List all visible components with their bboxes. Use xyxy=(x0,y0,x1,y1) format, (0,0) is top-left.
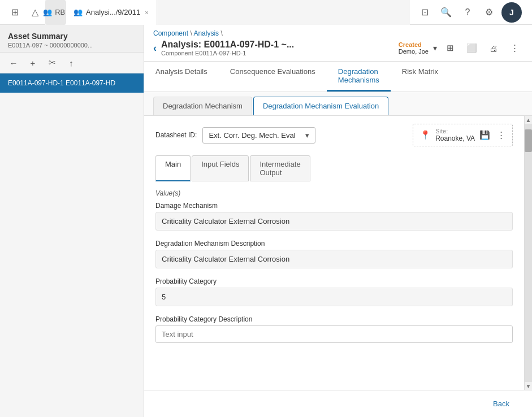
table-icon[interactable]: ⊞ xyxy=(442,40,459,57)
damage-mechanism-value: Criticality Calculator External Corrosio… xyxy=(155,212,513,231)
tab-bar: 👥 RBI 👥 Analysi.../9/2011 × xyxy=(45,0,410,25)
analysis-back-btn[interactable]: ‹ xyxy=(153,42,157,54)
tab-analysis-details[interactable]: Analysis Details xyxy=(144,62,219,92)
section-label: Value(s) xyxy=(155,189,513,197)
main-layout: Asset Summary E0011A-097 ~ 00000000000..… xyxy=(0,25,532,417)
window-icon[interactable]: ⬜ xyxy=(463,40,480,57)
breadcrumb: Component \ Analysis \ xyxy=(153,29,523,37)
breadcrumb-analysis[interactable]: Analysis xyxy=(193,29,219,37)
back-btn[interactable]: ← xyxy=(6,55,21,71)
scroll-down-icon[interactable]: ▼ xyxy=(525,382,533,390)
site-block: Site: Roanoke, VA xyxy=(435,128,475,142)
sidebar-item[interactable]: E0011A-097-HD-1 E0011A-097-HD xyxy=(0,73,144,93)
avatar[interactable]: J xyxy=(501,2,522,23)
tab-degradation-mechanisms[interactable]: DegradationMechanisms xyxy=(327,62,391,92)
print-icon[interactable]: 🖨 xyxy=(485,40,501,57)
location-icon: 📍 xyxy=(420,130,431,140)
top-right-icons: ⊡ 🔍 ? ⚙ J xyxy=(410,2,527,23)
probability-desc-input[interactable] xyxy=(155,325,513,343)
nav-tabs: Analysis Details Consequence Evaluations… xyxy=(144,62,532,92)
sidebar-toolbar: ← + ✂ ↑ xyxy=(0,53,144,73)
add-btn[interactable]: + xyxy=(25,55,41,71)
analysis-header: ‹ Analysis: E0011A-097-HD-1 ~... Compone… xyxy=(153,40,523,61)
analysis-title-block: Analysis: E0011A-097-HD-1 ~... Component… xyxy=(161,40,294,57)
created-block: Created Demo, Joe xyxy=(399,41,429,55)
analysis-tab[interactable]: 👥 Analysi.../9/2011 × xyxy=(66,0,157,25)
rbi-tab[interactable]: 👥 RBI xyxy=(45,0,66,25)
analysis-subtitle: Component E0011A-097-HD-1 xyxy=(161,50,294,57)
content-area: Component \ Analysis \ ‹ Analysis: E0011… xyxy=(144,25,532,417)
scrollbar[interactable]: ▲ ▼ xyxy=(524,116,532,390)
degradation-desc-label: Degradation Mechanism Description xyxy=(155,240,513,247)
top-bar: ⊞ △ 👥 RBI 👥 Analysi.../9/2011 × ⊡ 🔍 ? ⚙ … xyxy=(0,0,532,25)
cut-btn[interactable]: ✂ xyxy=(44,55,60,71)
sidebar-title: Asset Summary xyxy=(8,32,136,41)
field-group-probability-category: Probability Category 5 xyxy=(155,277,513,306)
settings-icon[interactable]: ⚙ xyxy=(480,3,498,21)
analysis-tab-icon: 👥 xyxy=(73,8,83,16)
help-icon[interactable]: ? xyxy=(459,3,477,21)
bottom-bar: Back xyxy=(144,390,532,417)
damage-mechanism-label: Damage Mechanism xyxy=(155,202,513,210)
scroll-track xyxy=(525,124,532,382)
more-options-icon-small[interactable]: ⋮ xyxy=(497,130,505,140)
tab-consequence-evaluations[interactable]: Consequence Evaluations xyxy=(219,62,327,92)
analysis-title: Analysis: E0011A-097-HD-1 ~... xyxy=(161,40,294,50)
search-icon[interactable]: 🔍 xyxy=(437,3,455,21)
form-area: Datasheet ID: Ext. Corr. Deg. Mech. Eval… xyxy=(144,116,532,390)
inner-tabs: Main Input Fields IntermediateOutput xyxy=(155,155,513,181)
analysis-header-left: ‹ Analysis: E0011A-097-HD-1 ~... Compone… xyxy=(153,40,294,57)
probability-desc-label: Probability Category Description xyxy=(155,315,513,323)
content-header: Component \ Analysis \ ‹ Analysis: E0011… xyxy=(144,25,532,62)
rbi-icon: 👥 xyxy=(43,8,52,16)
probability-category-value: 5 xyxy=(155,288,513,306)
datasheet-select[interactable]: Ext. Corr. Deg. Mech. Eval ▾ xyxy=(202,127,315,144)
save-icon[interactable]: 💾 xyxy=(479,130,490,140)
triangle-icon[interactable]: △ xyxy=(25,2,45,23)
tab-risk-matrix[interactable]: Risk Matrix xyxy=(391,62,449,92)
degradation-desc-value: Criticality Calculator External Corrosio… xyxy=(155,250,513,268)
field-group-damage-mechanism: Damage Mechanism Criticality Calculator … xyxy=(155,202,513,231)
sub-tab-degradation-mechanism-evaluation[interactable]: Degradation Mechanism Evaluation xyxy=(253,97,388,115)
home-icon[interactable]: ⊞ xyxy=(5,2,25,23)
more-options-icon[interactable]: ⋮ xyxy=(506,40,523,57)
datasheet-left: Datasheet ID: Ext. Corr. Deg. Mech. Eval… xyxy=(155,127,315,144)
close-tab-icon[interactable]: × xyxy=(145,9,148,16)
grid-icon[interactable]: ⊡ xyxy=(416,3,434,21)
sub-tabs: Degradation Mechanism Degradation Mechan… xyxy=(144,92,532,116)
field-group-probability-desc: Probability Category Description xyxy=(155,315,513,343)
site-info: 📍 Site: Roanoke, VA 💾 ⋮ xyxy=(413,124,513,146)
scroll-up-icon[interactable]: ▲ xyxy=(525,116,533,124)
form-content: Datasheet ID: Ext. Corr. Deg. Mech. Eval… xyxy=(144,116,524,390)
chevron-down-icon[interactable]: ▾ xyxy=(433,44,437,53)
sub-tab-degradation-mechanism[interactable]: Degradation Mechanism xyxy=(153,97,252,115)
back-button[interactable]: Back xyxy=(482,396,521,411)
inner-tab-main[interactable]: Main xyxy=(155,155,191,181)
sidebar: Asset Summary E0011A-097 ~ 00000000000..… xyxy=(0,25,144,417)
header-right: Created Demo, Joe ▾ ⊞ ⬜ 🖨 ⋮ xyxy=(399,40,523,57)
inner-tab-input-fields[interactable]: Input Fields xyxy=(192,155,249,181)
breadcrumb-component[interactable]: Component xyxy=(153,29,188,37)
scroll-thumb[interactable] xyxy=(525,129,532,152)
dropdown-icon: ▾ xyxy=(305,131,309,140)
field-group-degradation-desc: Degradation Mechanism Description Critic… xyxy=(155,240,513,268)
datasheet-row: Datasheet ID: Ext. Corr. Deg. Mech. Eval… xyxy=(155,124,513,146)
probability-category-label: Probability Category xyxy=(155,277,513,285)
datasheet-id-label: Datasheet ID: xyxy=(155,131,197,139)
sidebar-header: Asset Summary E0011A-097 ~ 00000000000..… xyxy=(0,25,144,53)
inner-tab-intermediate-output[interactable]: IntermediateOutput xyxy=(250,155,310,181)
sidebar-subtitle: E0011A-097 ~ 00000000000... xyxy=(8,42,136,49)
collapse-btn[interactable]: ↑ xyxy=(63,55,79,71)
